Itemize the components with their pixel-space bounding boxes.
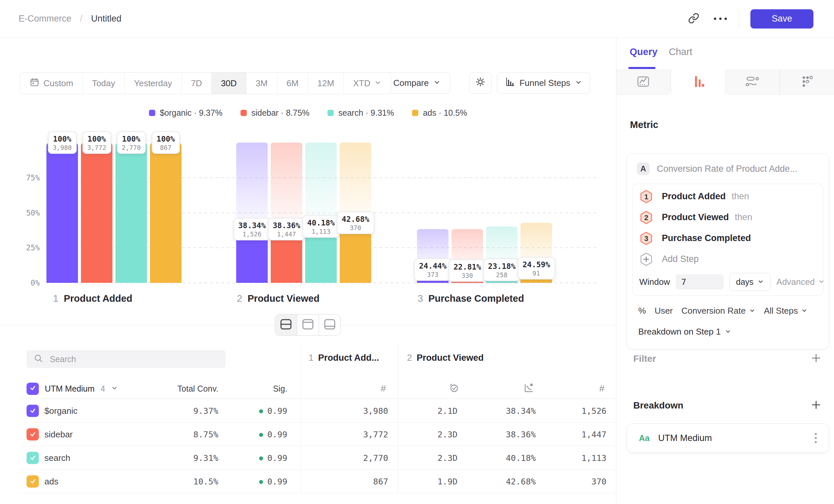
total-conv-value: 9.37% xyxy=(193,406,218,415)
link-icon xyxy=(688,13,699,25)
step-connector: then xyxy=(735,212,752,223)
advanced-toggle[interactable]: Advanced xyxy=(776,277,825,287)
query-step-1[interactable]: 1 Product Added then xyxy=(633,186,823,207)
chevron-down-icon xyxy=(749,306,755,316)
add-filter-button[interactable] xyxy=(810,352,822,365)
date-range-label: 3M xyxy=(256,78,268,89)
step-2-hexagon-badge: 2 xyxy=(639,210,653,225)
step2-count-sort[interactable]: # xyxy=(0,379,605,398)
row-checkbox-search[interactable] xyxy=(26,452,39,464)
date-range-label: 6M xyxy=(287,78,299,89)
date-range-3m[interactable]: 3M xyxy=(246,73,277,94)
funnel-bar-search-step1[interactable] xyxy=(115,143,147,283)
date-range-7d[interactable]: 7D xyxy=(181,73,211,94)
sig-value: 0.99 xyxy=(259,453,287,462)
date-range-label: XTD xyxy=(353,78,370,89)
add-breakdown-button[interactable] xyxy=(810,399,822,412)
layout-bottom-icon xyxy=(324,319,336,331)
date-range-30d[interactable]: 30D xyxy=(211,73,246,94)
tab-query[interactable]: Query xyxy=(630,46,658,58)
window-unit-select[interactable]: days xyxy=(729,273,770,291)
bar-count-label: 373 xyxy=(419,271,446,278)
bar-value-badge: 100%3,980 xyxy=(48,131,76,154)
search-input[interactable] xyxy=(49,354,218,364)
kebab-menu-icon[interactable] xyxy=(812,430,819,445)
breakdown-on-step-select[interactable]: Breakdown on Step 1 xyxy=(638,327,824,337)
funnel-bar-ads-step1[interactable] xyxy=(150,143,181,283)
breadcrumb-report-name[interactable]: Untitled xyxy=(91,14,122,24)
breadcrumb: E-Commerce / Untitled xyxy=(19,14,122,24)
bar-value-badge: 22.81%330 xyxy=(448,259,486,282)
tab-chart[interactable]: Chart xyxy=(669,46,692,58)
row-checkbox-sidebar[interactable] xyxy=(26,428,39,440)
funnel-bar-sidebar-step1[interactable] xyxy=(81,143,112,283)
step2-count-value: 1,447 xyxy=(581,429,607,439)
steps-scope-select[interactable]: All Steps xyxy=(764,306,808,316)
bar-pct-label: 42.68% xyxy=(342,215,369,224)
more-menu-button[interactable] xyxy=(711,9,729,28)
step-name: Purchase Completed xyxy=(428,293,524,304)
row-label: sidebar xyxy=(44,429,73,439)
funnel-bar-$organic-step1[interactable] xyxy=(46,143,78,283)
tab-flows[interactable] xyxy=(726,70,780,95)
breadcrumb-project[interactable]: E-Commerce xyxy=(19,14,71,24)
avg-time-value: 2.3D xyxy=(438,429,458,439)
string-type-icon: Aa xyxy=(639,433,650,443)
table-row-ads[interactable]: ads10.5%0.998671.9D42.68%370 xyxy=(20,469,616,494)
table-search xyxy=(26,350,225,368)
metric-series-row[interactable]: A Conversion Rate of Product Adde... xyxy=(632,162,824,175)
date-range-custom[interactable]: Custom xyxy=(20,73,83,94)
copy-link-button[interactable] xyxy=(684,9,703,28)
query-step-2[interactable]: 2 Product Viewed then xyxy=(633,207,823,228)
funnels-icon xyxy=(690,74,706,91)
table-row-sidebar[interactable]: sidebar8.75%0.993,7722.3D38.36%1,447 xyxy=(20,422,616,446)
breakdown-label: Breakdown xyxy=(633,400,683,411)
table-row-organic[interactable]: $organic9.37%0.993,9802.1D38.34%1,526 xyxy=(20,399,616,423)
query-step-3[interactable]: 3 Purchase Completed xyxy=(633,228,823,249)
metric-series-title: Conversion Rate of Product Adde... xyxy=(657,164,797,174)
ellipsis-icon xyxy=(714,18,727,20)
date-range-xtd[interactable]: XTD xyxy=(343,73,391,94)
entity-select[interactable]: User xyxy=(655,306,673,316)
add-step-button[interactable]: Add Step xyxy=(633,249,823,270)
save-button[interactable]: Save xyxy=(750,9,813,28)
step-name: Product Add... xyxy=(318,353,379,363)
window-value-input[interactable] xyxy=(676,274,724,290)
layout-split-icon xyxy=(280,319,292,331)
bar-pct-label: 38.34% xyxy=(238,221,266,230)
flows-icon xyxy=(745,74,760,91)
bar-pct-label: 100% xyxy=(122,135,141,143)
plus-icon xyxy=(810,352,822,365)
table-step2-column-header[interactable]: 2 Product Viewed xyxy=(407,353,484,363)
bar-value-badge: 42.68%370 xyxy=(337,211,374,234)
date-range-yesterday[interactable]: Yesterday xyxy=(125,73,181,94)
metric-select[interactable]: Conversion Rate xyxy=(681,306,755,316)
y-axis-tick: 50% xyxy=(10,209,40,217)
tab-funnels[interactable] xyxy=(671,70,726,95)
chevron-down-icon xyxy=(801,306,808,316)
table-step1-column-header[interactable]: 1 Product Add... xyxy=(309,353,379,363)
table-row-search[interactable]: search9.31%0.992,7702.3D40.18%1,113 xyxy=(20,446,616,470)
layout-chart-only-button[interactable] xyxy=(297,315,319,335)
row-checkbox-ads[interactable] xyxy=(26,475,39,487)
avg-time-value: 1.9D xyxy=(438,477,458,486)
sig-number: 0.99 xyxy=(267,477,287,486)
layout-table-only-button[interactable] xyxy=(319,315,341,335)
date-range-today[interactable]: Today xyxy=(83,73,125,94)
layout-split-button[interactable] xyxy=(275,315,297,335)
step-number: 1 xyxy=(53,293,58,304)
breadcrumb-separator: / xyxy=(80,14,83,24)
date-range-12m[interactable]: 12M xyxy=(308,73,344,94)
tab-insights[interactable] xyxy=(616,70,671,95)
tab-retention[interactable] xyxy=(780,70,834,95)
bar-pct-label: 24.59% xyxy=(523,260,550,269)
query-panel: Query Chart xyxy=(616,38,834,504)
breakdown-on-label: Breakdown on Step 1 xyxy=(638,327,721,337)
row-checkbox-organic[interactable] xyxy=(26,405,39,417)
layout-top-icon xyxy=(302,319,314,331)
breakdown-property-card[interactable]: Aa UTM Medium xyxy=(627,423,829,453)
date-range-6m[interactable]: 6M xyxy=(277,73,308,94)
conversion-window-row: Window days Advanced xyxy=(633,270,823,292)
sig-dot xyxy=(259,409,263,413)
filter-label: Filter xyxy=(633,353,656,364)
